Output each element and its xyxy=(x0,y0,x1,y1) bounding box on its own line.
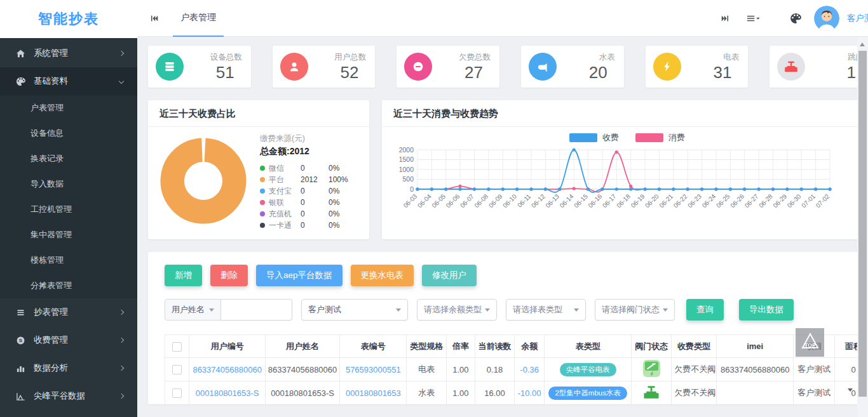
svg-text:06-04: 06-04 xyxy=(416,192,433,209)
topbar-right: 客户测试 xyxy=(721,6,868,31)
toolbar-button-2[interactable]: 导入aep平台数据 xyxy=(256,265,342,286)
column-header: 阀门状态 xyxy=(632,335,672,358)
sidebar-item-3[interactable]: S收费管理 xyxy=(0,326,137,354)
scrollbar-thumb[interactable] xyxy=(858,51,867,397)
legend-value: 0 xyxy=(301,164,329,173)
legend-value: 0 xyxy=(301,221,329,230)
legend-name: 微信 xyxy=(269,163,301,174)
lightning-icon xyxy=(653,53,681,81)
sidebar-item-0[interactable]: 系统管理 xyxy=(0,39,137,67)
table-row: 000180801653-S000180801653-S000180801653… xyxy=(165,381,868,405)
sidebar-item-label: 抄表管理 xyxy=(34,307,119,318)
cell-text: 16.00 xyxy=(475,381,515,405)
sidebar-submenu: 户表管理设备信息换表记录导入数据工控机管理集中器管理楼栋管理分摊表管理 xyxy=(0,95,137,298)
svg-text:06-21: 06-21 xyxy=(658,192,674,209)
stat-value: 20 xyxy=(589,63,607,81)
svg-text:S: S xyxy=(18,338,22,343)
sidebar-subitem[interactable]: 楼栋管理 xyxy=(0,248,137,273)
trend-card: 近三十天消费与收费趋势 收费消费 050010001500200006-0306… xyxy=(382,100,868,239)
svg-text:06-27: 06-27 xyxy=(743,192,760,209)
cell-text: 电表 xyxy=(407,358,447,381)
svg-text:06-16: 06-16 xyxy=(587,192,603,209)
sidebar-subitem[interactable]: 分摊表管理 xyxy=(0,273,137,298)
sidebar-subitem[interactable]: 导入数据 xyxy=(0,171,137,197)
sidebar-item-2[interactable]: 抄表管理 xyxy=(0,298,137,326)
row-checkbox[interactable] xyxy=(172,388,182,398)
svg-text:06-12: 06-12 xyxy=(530,192,546,209)
legend-dot xyxy=(260,189,265,194)
search-input[interactable] xyxy=(221,299,292,321)
svg-text:06-19: 06-19 xyxy=(630,192,646,209)
caret-down-icon xyxy=(663,308,668,312)
svg-text:06-11: 06-11 xyxy=(516,192,532,209)
legend-dot xyxy=(260,166,265,171)
electric-valve-on-icon xyxy=(642,370,661,380)
sidebar-subitem[interactable]: 工控机管理 xyxy=(0,197,137,222)
sidebar-item-4[interactable]: 数据分析 xyxy=(0,354,137,382)
cell-link[interactable]: -0.36 xyxy=(515,358,545,381)
trend-legend-entry[interactable]: 消费 xyxy=(635,132,685,143)
tab-user-meter-management[interactable]: 户表管理 xyxy=(173,0,224,37)
svg-text:06-28: 06-28 xyxy=(757,192,774,209)
svg-text:07-02: 07-02 xyxy=(815,192,831,209)
query-button[interactable]: 查询 xyxy=(686,299,724,321)
column-header: 用户编号 xyxy=(189,335,265,358)
meter-type-select[interactable]: 请选择表类型 xyxy=(506,299,586,321)
sidebar-item-5[interactable]: 尖峰平谷数据 xyxy=(0,382,137,410)
theme-palette-icon[interactable] xyxy=(790,13,801,24)
column-header: 倍率 xyxy=(447,335,475,358)
cell-text xyxy=(717,381,794,405)
palette-icon xyxy=(15,76,25,86)
valve-red-icon xyxy=(777,53,805,81)
legend-label: 消费 xyxy=(668,132,685,143)
sidebar-subitem[interactable]: 户表管理 xyxy=(0,95,137,121)
cell-link[interactable]: -10.00 xyxy=(515,381,545,405)
cell-text: 水表 xyxy=(407,381,447,405)
sidebar-subitem[interactable]: 换表记录 xyxy=(0,146,137,171)
sidebar-subitem[interactable]: 设备信息 xyxy=(0,121,137,146)
svg-text:06-07: 06-07 xyxy=(459,192,475,209)
search-field-dropdown[interactable]: 用户姓名 xyxy=(165,299,221,321)
scroll-tabs-left-icon[interactable] xyxy=(150,14,159,23)
row-checkbox[interactable] xyxy=(172,365,182,374)
balance-type-select[interactable]: 请选择余额类型 xyxy=(417,299,497,321)
export-data-button[interactable]: 导出数据 xyxy=(739,299,794,321)
cell-link[interactable]: 576593000551 xyxy=(340,358,407,381)
svg-text:06-18: 06-18 xyxy=(615,192,632,209)
scroll-up-arrow-icon[interactable] xyxy=(860,43,865,46)
cell-link[interactable]: 863374056880060 xyxy=(189,358,265,381)
trend-chart: 050010001500200006-0306-0406-0506-0606-0… xyxy=(382,145,868,228)
toolbar-button-0[interactable]: 新增 xyxy=(165,265,202,286)
vertical-scrollbar[interactable] xyxy=(857,37,868,417)
cell-link[interactable]: 000180801653 xyxy=(340,381,407,405)
select-all-checkbox[interactable] xyxy=(172,342,182,352)
legend-percent: 0% xyxy=(329,221,339,230)
caret-down-icon xyxy=(848,388,853,392)
toolbar-button-4[interactable]: 修改用户 xyxy=(422,265,477,286)
toolbar-button-3[interactable]: 更换水电表 xyxy=(351,265,414,286)
cell-link[interactable]: 000180801653-S xyxy=(189,381,265,405)
svg-text:07-01: 07-01 xyxy=(800,192,817,209)
avatar[interactable] xyxy=(814,6,839,31)
valve-state-select[interactable]: 请选择阀门状态 xyxy=(595,299,675,321)
sidebar-item-1[interactable]: 基础资料 xyxy=(0,67,137,95)
column-header: 表编号 xyxy=(340,335,407,358)
svg-text:500: 500 xyxy=(402,175,414,183)
legend-percent: 100% xyxy=(329,175,348,184)
stat-value: 27 xyxy=(465,63,483,81)
sidebar-item-label: 基础资料 xyxy=(34,76,119,87)
column-header: 余额 xyxy=(515,335,545,358)
svg-text:2000: 2000 xyxy=(399,146,414,154)
scroll-tabs-right-icon[interactable] xyxy=(721,14,729,23)
cell-text: 1.00 xyxy=(447,358,475,381)
sidebar-subitem[interactable]: 集中器管理 xyxy=(0,222,137,248)
user-name[interactable]: 客户测试 xyxy=(847,13,868,24)
legend-dot xyxy=(260,200,265,205)
stat-card: 跳闸1 xyxy=(770,46,868,88)
back-to-top-button[interactable]: TOP xyxy=(796,328,824,357)
data-table: 用户编号用户姓名表编号类型规格倍率当前读数余额表类型阀门状态收费类型imei项目… xyxy=(165,334,868,404)
toolbar-button-1[interactable]: 删除 xyxy=(210,265,248,286)
tab-list-menu-icon[interactable] xyxy=(746,14,761,23)
trend-legend-entry[interactable]: 收费 xyxy=(569,132,619,143)
project-select[interactable]: 客户测试 xyxy=(301,299,408,321)
